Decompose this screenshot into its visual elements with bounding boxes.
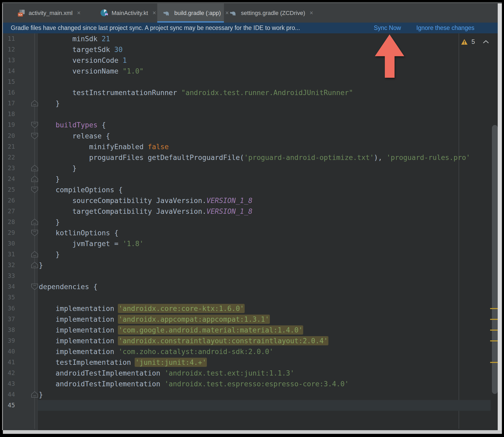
fold-region-end-icon[interactable] xyxy=(30,100,39,107)
fold-region-end-icon[interactable] xyxy=(30,218,39,226)
tab-settings-gradle[interactable]: settings.gradle (ZCDrive) × xyxy=(224,3,315,23)
line-number: 35 xyxy=(3,292,15,303)
code-line-37[interactable]: 37 implementation 'androidx.appcompat:ap… xyxy=(3,314,498,325)
code-line-33[interactable]: 33 xyxy=(3,270,498,281)
next-issue-chevron-down-icon[interactable] xyxy=(497,40,498,44)
code-line-15[interactable]: 15 xyxy=(3,76,498,87)
tab-close-icon[interactable]: × xyxy=(153,9,156,17)
line-number: 31 xyxy=(3,249,15,260)
code-token: implementation xyxy=(56,337,118,345)
fold-region-open-icon[interactable] xyxy=(30,132,39,139)
code-line-36[interactable]: 36 implementation 'androidx.core:core-kt… xyxy=(3,303,498,314)
code-token: } xyxy=(56,250,60,258)
code-line-27[interactable]: 27 targetCompatibility JavaVersion.VERSI… xyxy=(3,206,498,217)
code-line-22[interactable]: 22 proguardFiles getDefaultProguardFile(… xyxy=(3,152,498,163)
code-line-42[interactable]: 42 androidTestImplementation 'androidx.t… xyxy=(3,368,498,378)
inspections-widget[interactable]: 5 xyxy=(461,38,498,45)
code-line-44[interactable]: 44} xyxy=(3,389,498,400)
fold-region-open-icon[interactable] xyxy=(30,186,39,193)
fold-region-open-icon[interactable] xyxy=(30,121,39,128)
line-number: 28 xyxy=(3,217,15,227)
code-line-19[interactable]: 19 buildTypes { xyxy=(3,119,498,130)
code-line-17[interactable]: 17 } xyxy=(3,98,498,109)
code-line-30[interactable]: 30 jvmTarget = '1.8' xyxy=(3,238,498,249)
code-line-45[interactable]: 45 xyxy=(3,400,498,411)
fold-region-end-icon[interactable] xyxy=(30,175,39,183)
tab-activity-main-xml[interactable]: <> activity_main.xml × xyxy=(12,3,94,23)
code-token: kotlinOptions { xyxy=(56,229,118,237)
line-number: 42 xyxy=(3,368,15,378)
code-line-11[interactable]: 11 minSdk 21 xyxy=(3,33,498,44)
code-text: implementation 'androidx.appcompat:appco… xyxy=(39,314,269,325)
kotlin-file-icon xyxy=(100,9,108,17)
code-text: implementation 'androidx.constraintlayou… xyxy=(39,335,328,346)
tab-mainactivity-kt[interactable]: MainActivity.kt × xyxy=(94,3,157,23)
warning-stripe-mark[interactable] xyxy=(490,330,498,331)
previous-issue-chevron-up-icon[interactable] xyxy=(483,40,489,44)
code-text: } xyxy=(39,163,77,174)
code-text: compileOptions { xyxy=(39,184,123,195)
sync-now-link[interactable]: Sync Now xyxy=(374,23,401,33)
fold-region-open-icon[interactable] xyxy=(30,229,39,236)
code-token: } xyxy=(39,261,43,269)
code-line-13[interactable]: 13 versionCode 1 xyxy=(3,55,498,66)
warning-stripe-mark[interactable] xyxy=(490,319,498,320)
code-line-43[interactable]: 43 androidTestImplementation 'androidx.t… xyxy=(3,378,498,389)
code-line-41[interactable]: 41 testImplementation 'junit:junit:4.+' xyxy=(3,357,498,368)
fold-region-end-icon[interactable] xyxy=(30,391,39,398)
warning-count[interactable]: 5 xyxy=(471,38,475,45)
fold-region-end-icon[interactable] xyxy=(30,251,39,258)
code-line-26[interactable]: 26 sourceCompatibility JavaVersion.VERSI… xyxy=(3,195,498,206)
code-line-29[interactable]: 29 kotlinOptions { xyxy=(3,227,498,238)
code-token: targetCompatibility JavaVersion. xyxy=(72,207,207,215)
fold-region-end-icon[interactable] xyxy=(30,262,39,269)
code-line-34[interactable]: 34dependencies { xyxy=(3,281,498,292)
warning-stripe-mark[interactable] xyxy=(490,308,498,309)
line-number: 22 xyxy=(3,152,15,163)
code-line-12[interactable]: 12 targetSdk 30 xyxy=(3,44,498,55)
line-number: 37 xyxy=(3,314,15,325)
warning-stripe-mark[interactable] xyxy=(490,362,498,363)
ignore-changes-link[interactable]: Ignore these changes xyxy=(416,23,474,33)
code-text: implementation 'com.zoho.catalyst:androi… xyxy=(39,346,273,357)
code-line-38[interactable]: 38 implementation 'com.google.android.ma… xyxy=(3,325,498,335)
tab-close-icon[interactable]: × xyxy=(310,9,313,17)
code-line-25[interactable]: 25 compileOptions { xyxy=(3,184,498,195)
tab-build-gradle-app[interactable]: build.gradle (:app) × xyxy=(157,3,224,23)
code-line-20[interactable]: 20 release { xyxy=(3,131,498,141)
code-line-35[interactable]: 35 xyxy=(3,292,498,303)
code-token: implementation xyxy=(56,304,118,313)
code-line-24[interactable]: 24 } xyxy=(3,174,498,184)
code-line-16[interactable]: 16 testInstrumentationRunner "androidx.t… xyxy=(3,87,498,98)
gradle-file-icon xyxy=(163,9,171,17)
ide-content: <> activity_main.xml × MainActivity.kt × xyxy=(3,3,498,430)
code-token: testInstrumentationRunner xyxy=(72,89,181,97)
code-line-39[interactable]: 39 implementation 'androidx.constraintla… xyxy=(3,335,498,346)
code-editor[interactable]: 11 minSdk 2112 targetSdk 3013 versionCod… xyxy=(3,33,498,430)
code-token: release { xyxy=(72,132,110,140)
code-line-28[interactable]: 28 } xyxy=(3,217,498,227)
code-line-14[interactable]: 14 versionName "1.0" xyxy=(3,66,498,76)
code-line-18[interactable]: 18 xyxy=(3,109,498,119)
window-bottom-edge xyxy=(3,430,502,434)
code-line-23[interactable]: 23 } xyxy=(3,163,498,174)
code-line-31[interactable]: 31 } xyxy=(3,249,498,260)
code-line-21[interactable]: 21 minifyEnabled false xyxy=(3,141,498,152)
fold-region-open-icon[interactable] xyxy=(30,283,39,290)
line-number: 33 xyxy=(3,270,15,281)
code-token: dependencies { xyxy=(39,283,97,291)
code-line-40[interactable]: 40 implementation 'com.zoho.catalyst:and… xyxy=(3,346,498,357)
code-text: androidTestImplementation 'androidx.test… xyxy=(39,368,294,378)
warning-stripe-mark[interactable] xyxy=(490,340,498,341)
code-text: } xyxy=(39,389,43,400)
fold-region-end-icon[interactable] xyxy=(30,165,39,172)
line-number: 11 xyxy=(3,33,15,44)
line-number: 44 xyxy=(3,389,15,400)
code-line-32[interactable]: 32} xyxy=(3,260,498,270)
code-token: minSdk xyxy=(72,35,102,43)
scrollbar-thumb[interactable] xyxy=(492,125,498,394)
gradle-sync-banner: Gradle files have changed since last pro… xyxy=(3,23,498,33)
tab-close-icon[interactable]: × xyxy=(77,9,80,17)
code-token: implementation xyxy=(56,326,118,334)
code-text: targetCompatibility JavaVersion.VERSION_… xyxy=(39,206,253,217)
